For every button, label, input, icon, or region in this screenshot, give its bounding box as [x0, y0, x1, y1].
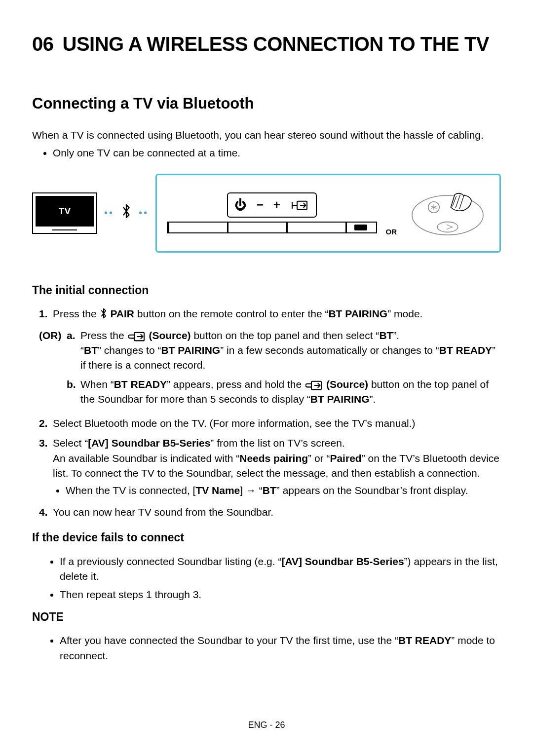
or-label: (OR) — [39, 328, 67, 411]
initial-heading: The initial connection — [32, 282, 501, 299]
touch-illustration — [406, 182, 490, 245]
signal-dots-left: •• — [104, 206, 114, 220]
chapter-heading: 06USING A WIRELESS CONNECTION TO THE TV — [32, 30, 501, 58]
page-footer: ENG - 26 — [0, 718, 533, 731]
minus-icon: − — [257, 196, 264, 214]
tv-illustration: TV — [32, 192, 97, 234]
or-label: OR — [386, 227, 397, 237]
soundbar-body — [167, 222, 377, 233]
note-heading: NOTE — [32, 609, 501, 625]
svg-point-3 — [437, 222, 458, 232]
substep-a: a. Press the (Source) button on the top … — [67, 328, 501, 373]
note-bullet: After you have connected the Soundbar to… — [60, 633, 501, 663]
chapter-title: USING A WIRELESS CONNECTION TO THE TV — [63, 33, 490, 55]
step-3: 3. Select “[AV] Soundbar B5-Series” from… — [39, 436, 501, 500]
lead-bullet: Only one TV can be connected at a time. — [53, 146, 501, 160]
source-icon — [291, 200, 308, 210]
step-1: 1. Press the PAIR button on the remote c… — [39, 306, 501, 323]
power-icon: ⏻ — [235, 196, 247, 214]
section-lead: When a TV is connected using Bluetooth, … — [32, 128, 501, 143]
step-or: (OR) a. Press the (Source) button on the… — [39, 328, 501, 411]
plus-icon: + — [273, 196, 280, 214]
step-2: 2. Select Bluetooth mode on the TV. (For… — [39, 416, 501, 431]
bluetooth-icon — [100, 308, 108, 323]
soundbar-illustration: ⏻ − + OR — [155, 174, 501, 253]
substep-b: b. When “BT READY” appears, press and ho… — [67, 377, 501, 407]
signal-dots-right: •• — [139, 206, 149, 220]
control-panel: ⏻ − + — [227, 192, 317, 218]
chapter-number: 06 — [32, 30, 54, 58]
fail-bullet-1: If a previously connected Soundbar listi… — [60, 554, 501, 584]
source-icon — [128, 332, 145, 341]
step-number: 1. — [39, 306, 53, 323]
tv-screen: TV — [36, 196, 94, 227]
section-heading: Connecting a TV via Bluetooth — [32, 93, 501, 115]
connection-diagram: TV •• •• ⏻ − + OR — [32, 174, 501, 253]
step-4: 4. You can now hear TV sound from the So… — [39, 505, 501, 520]
fail-bullet-2: Then repeat steps 1 through 3. — [60, 587, 501, 602]
fail-heading: If the device fails to connect — [32, 529, 501, 546]
source-icon — [305, 380, 322, 390]
bluetooth-icon — [121, 204, 132, 223]
step-3-sub: When the TV is connected, [TV Name] → “B… — [66, 483, 501, 498]
